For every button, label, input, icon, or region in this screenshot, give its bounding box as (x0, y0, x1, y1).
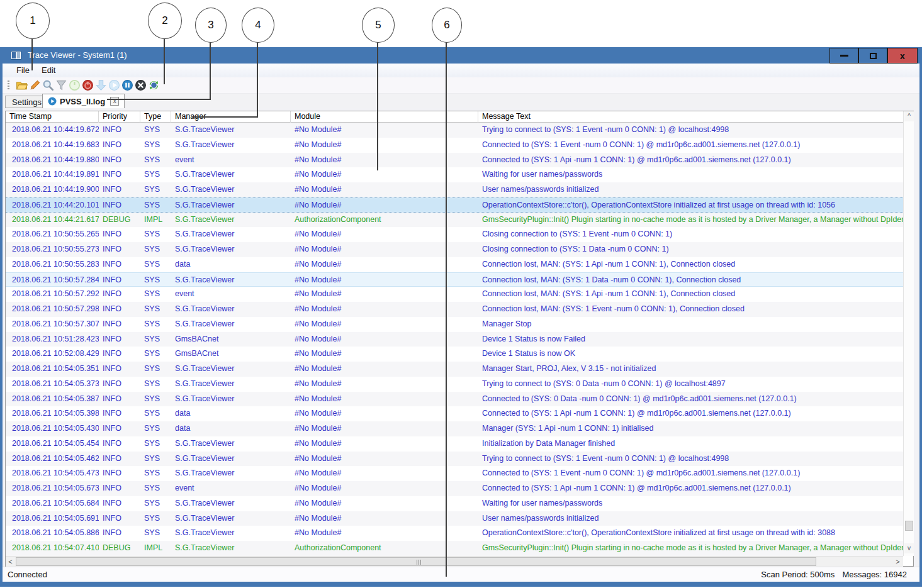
cell-module: #No Module# (291, 377, 478, 392)
refresh-icon[interactable] (148, 79, 160, 91)
table-row[interactable]: 2018.06.21 10:44:19.672INFOSYSS.G.TraceV… (6, 123, 903, 138)
toolbar-grip[interactable] (8, 80, 9, 91)
cell-timestamp: 2018.06.21 10:44:21.617 (6, 213, 99, 228)
table-row[interactable]: 2018.06.21 10:54:05.373INFOSYSS.G.TraceV… (6, 377, 903, 392)
cell-type: SYS (140, 511, 171, 526)
table-row[interactable]: 2018.06.21 10:44:19.880INFOSYSevent#No M… (6, 153, 903, 168)
table-row[interactable]: 2018.06.21 10:50:57.307INFOSYSS.G.TraceV… (6, 317, 903, 332)
cell-timestamp: 2018.06.21 10:44:20.101 (6, 198, 99, 212)
cell-type: SYS (140, 452, 171, 467)
search-icon[interactable] (42, 79, 54, 91)
cell-type: SYS (140, 198, 171, 212)
power-on-icon[interactable] (69, 79, 81, 91)
table-row[interactable]: 2018.06.21 10:54:05.684INFOSYSS.G.TraceV… (6, 496, 903, 511)
cell-priority: DEBUG (99, 541, 140, 556)
cell-priority: INFO (99, 496, 140, 511)
table-row[interactable]: 2018.06.21 10:44:19.891INFOSYSS.G.TraceV… (6, 167, 903, 182)
arrow-down-icon[interactable] (95, 79, 107, 91)
trace-viewer-screenshot: Trace Viewer - System1 (1) x File Edit S… (0, 0, 922, 588)
cell-manager: S.G.TraceViewer (171, 167, 291, 182)
cell-message: Manager Start, PROJ, Alex, V 3.15 - not … (478, 362, 903, 377)
column-header-module[interactable]: Module (291, 111, 478, 123)
table-row[interactable]: 2018.06.21 10:51:28.423INFOSYSGmsBACnet#… (6, 332, 903, 347)
table-row[interactable]: 2018.06.21 10:44:20.101INFOSYSS.G.TraceV… (6, 197, 903, 213)
table-row[interactable]: 2018.06.21 10:54:05.430INFOSYSdata#No Mo… (6, 421, 903, 436)
table-row[interactable]: 2018.06.21 10:54:05.886INFOSYSS.G.TraceV… (6, 526, 903, 541)
table-row[interactable]: 2018.06.21 10:54:05.691INFOSYSS.G.TraceV… (6, 511, 903, 526)
cell-type: SYS (140, 466, 171, 481)
cell-message: OperationContextStore::c'tor(), Operatio… (478, 526, 903, 541)
cell-type: SYS (140, 302, 171, 317)
cell-timestamp: 2018.06.21 10:50:57.292 (6, 287, 99, 302)
column-header-priority[interactable]: Priority (99, 111, 140, 123)
table-row[interactable]: 2018.06.21 10:50:57.284INFOSYSS.G.TraceV… (6, 272, 903, 287)
cell-manager: S.G.TraceViewer (171, 511, 291, 526)
cell-timestamp: 2018.06.21 10:54:05.387 (6, 392, 99, 407)
maximize-button[interactable] (858, 48, 887, 64)
table-row[interactable]: 2018.06.21 10:54:05.351INFOSYSS.G.TraceV… (6, 362, 903, 377)
edit-pencil-icon[interactable] (29, 79, 41, 91)
cell-priority: INFO (99, 392, 140, 407)
cell-module: #No Module# (291, 317, 478, 332)
cell-manager: S.G.TraceViewer (171, 466, 291, 481)
table-row[interactable]: 2018.06.21 10:54:07.410DEBUGIMPLS.G.Trac… (6, 541, 903, 556)
stop-icon[interactable] (135, 79, 147, 91)
callout-3-line (107, 99, 211, 100)
table-row[interactable]: 2018.06.21 10:54:05.387INFOSYSS.G.TraceV… (6, 392, 903, 407)
table-row[interactable]: 2018.06.21 10:44:21.617DEBUGIMPLS.G.Trac… (6, 213, 903, 228)
cell-module: #No Module# (291, 287, 478, 302)
cell-type: SYS (140, 406, 171, 421)
scroll-up-icon[interactable]: ^ (904, 111, 914, 121)
column-header-timestamp[interactable]: Time Stamp (6, 111, 99, 123)
play-icon[interactable] (108, 79, 120, 91)
cell-timestamp: 2018.06.21 10:54:05.373 (6, 377, 99, 392)
cell-type: SYS (140, 123, 171, 138)
callout-2-line (164, 38, 165, 84)
table-row[interactable]: 2018.06.21 10:50:55.283INFOSYSdata#No Mo… (6, 257, 903, 272)
table-row[interactable]: 2018.06.21 10:50:57.292INFOSYSevent#No M… (6, 287, 903, 302)
table-row[interactable]: 2018.06.21 10:54:05.473INFOSYSS.G.TraceV… (6, 466, 903, 481)
table-row[interactable]: 2018.06.21 10:52:08.429INFOSYSGmsBACnet#… (6, 347, 903, 362)
table-row[interactable]: 2018.06.21 10:50:57.298INFOSYSS.G.TraceV… (6, 302, 903, 317)
table-row[interactable]: 2018.06.21 10:50:55.273INFOSYSS.G.TraceV… (6, 242, 903, 257)
close-button[interactable]: x (887, 48, 918, 64)
cell-type: SYS (140, 332, 171, 347)
cell-message: Connection lost, MAN: (SYS: 1 Api -num 1… (478, 287, 903, 302)
pause-icon[interactable] (121, 79, 133, 91)
callout-6: 6 (432, 8, 462, 43)
cell-manager: data (171, 421, 291, 436)
vertical-scrollbar-thumb[interactable] (905, 521, 913, 531)
cell-manager: S.G.TraceViewer (171, 227, 291, 242)
cell-priority: INFO (99, 466, 140, 481)
table-row[interactable]: 2018.06.21 10:54:05.454INFOSYSS.G.TraceV… (6, 436, 903, 452)
scroll-left-icon[interactable]: < (6, 557, 15, 567)
table-row[interactable]: 2018.06.21 10:54:05.462INFOSYSS.G.TraceV… (6, 452, 903, 467)
cell-message: Trying to connect to (SYS: 0 Data -num 0… (478, 377, 903, 392)
cell-priority: INFO (99, 347, 140, 362)
scan-period: Scan Period: 500ms (761, 570, 835, 579)
table-row[interactable]: 2018.06.21 10:44:19.683INFOSYSS.G.TraceV… (6, 138, 903, 153)
column-header-type[interactable]: Type (140, 111, 171, 123)
status-bar: Connected Scan Period: 500ms Messages: 1… (3, 567, 919, 582)
scroll-down-icon[interactable]: v (904, 543, 914, 553)
menu-edit[interactable]: Edit (35, 64, 62, 77)
cell-timestamp: 2018.06.21 10:44:19.672 (6, 123, 99, 138)
cell-module: #No Module# (291, 182, 478, 197)
vertical-scrollbar[interactable]: ^ v (903, 111, 914, 556)
power-off-icon[interactable] (82, 79, 94, 91)
tab-pvss-log[interactable]: PVSS_II.log x (42, 94, 125, 108)
minimize-button[interactable] (829, 48, 858, 64)
open-folder-icon[interactable] (16, 79, 28, 91)
cell-timestamp: 2018.06.21 10:54:05.691 (6, 511, 99, 526)
horizontal-scrollbar-thumb[interactable] (16, 557, 816, 566)
table-row[interactable]: 2018.06.21 10:44:19.900INFOSYSS.G.TraceV… (6, 182, 903, 197)
column-header-message[interactable]: Message Text (478, 111, 903, 123)
title-bar[interactable]: Trace Viewer - System1 (1) (0, 47, 922, 64)
table-row[interactable]: 2018.06.21 10:54:05.673INFOSYSevent#No M… (6, 481, 903, 496)
scroll-right-icon[interactable]: > (893, 557, 902, 567)
cell-module: #No Module# (291, 406, 478, 421)
table-row[interactable]: 2018.06.21 10:54:05.398INFOSYSdata#No Mo… (6, 406, 903, 421)
filter-icon[interactable] (55, 79, 67, 91)
table-row[interactable]: 2018.06.21 10:50:55.265INFOSYSS.G.TraceV… (6, 227, 903, 242)
horizontal-scrollbar[interactable]: < > (6, 556, 903, 567)
